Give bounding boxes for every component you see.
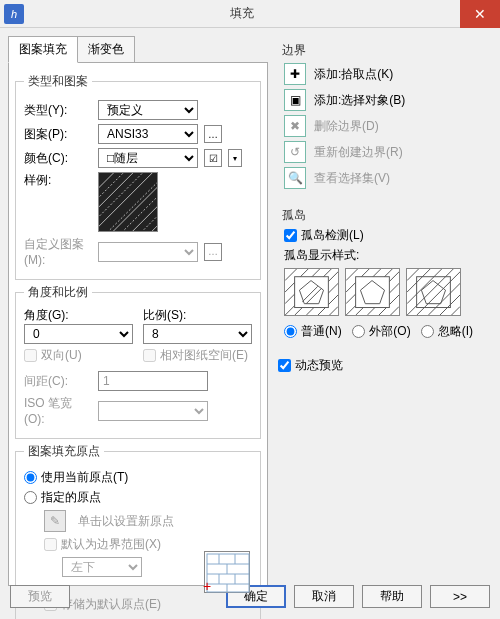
recreate-boundary-icon: ↺ xyxy=(284,141,306,163)
svg-line-6 xyxy=(99,173,128,202)
check-island-detect[interactable] xyxy=(284,229,297,242)
select-custom xyxy=(98,242,198,262)
radio-island-ignore[interactable] xyxy=(421,325,434,338)
tab-gradient[interactable]: 渐变色 xyxy=(78,36,135,63)
svg-line-1 xyxy=(99,173,138,212)
boundary-recreate-button: ↺重新创建边界(R) xyxy=(284,141,483,163)
select-origin-pos: 左下 xyxy=(62,557,142,577)
legend-islands: 孤岛 xyxy=(278,207,310,224)
radio-specify[interactable] xyxy=(24,491,37,504)
svg-rect-11 xyxy=(207,554,249,592)
island-mode-ignore[interactable] xyxy=(406,268,461,316)
pattern-browse-button[interactable]: … xyxy=(204,125,222,143)
island-mode-normal[interactable] xyxy=(284,268,339,316)
origin-marker-icon: + xyxy=(203,578,211,594)
boundary-pick-button[interactable]: ✚添加:拾取点(K) xyxy=(284,63,483,85)
radio-use-current[interactable] xyxy=(24,471,37,484)
svg-line-8 xyxy=(99,173,157,231)
legend-type: 类型和图案 xyxy=(24,73,92,90)
island-mode-outer[interactable] xyxy=(345,268,400,316)
pick-points-icon: ✚ xyxy=(284,63,306,85)
select-color[interactable]: □随层 xyxy=(98,148,198,168)
svg-line-50 xyxy=(451,307,460,316)
label-pattern: 图案(P): xyxy=(24,126,92,143)
label-custom: 自定义图案(M): xyxy=(24,236,92,267)
group-boundary: 边界 ✚添加:拾取点(K) ▣添加:选择对象(B) ✖删除边界(D) ↺重新创建… xyxy=(278,42,483,201)
select-angle[interactable]: 0 xyxy=(24,324,133,344)
boundary-select-button[interactable]: ▣添加:选择对象(B) xyxy=(284,89,483,111)
svg-line-3 xyxy=(104,178,157,231)
check-dynamic-preview[interactable] xyxy=(278,359,291,372)
color-more-button[interactable]: ▾ xyxy=(228,149,242,167)
cancel-button[interactable]: 取消 xyxy=(294,585,354,608)
check-relpaper xyxy=(143,349,156,362)
group-islands: 孤岛 孤岛检测(L) 孤岛显示样式: xyxy=(278,207,483,351)
app-icon: h xyxy=(4,4,24,24)
svg-marker-52 xyxy=(421,281,445,304)
legend-angle: 角度和比例 xyxy=(24,284,92,301)
pattern-sample[interactable] xyxy=(98,172,158,232)
group-angle-scale: 角度和比例 角度(G): 0 双向(U) 比例(S): 8 相对图纸空间(E) … xyxy=(15,284,261,439)
close-button[interactable]: ✕ xyxy=(460,0,500,28)
label-type: 类型(Y): xyxy=(24,102,92,119)
label-sample: 样例: xyxy=(24,172,92,189)
label-spacing: 间距(C): xyxy=(24,373,92,390)
svg-line-40 xyxy=(390,307,399,316)
svg-line-44 xyxy=(407,269,430,292)
svg-line-0 xyxy=(99,173,118,192)
tab-hatch[interactable]: 图案填充 xyxy=(8,36,78,63)
expand-button[interactable]: >> xyxy=(430,585,490,608)
label-angle: 角度(G): xyxy=(24,307,133,324)
legend-origin: 图案填充原点 xyxy=(24,443,104,460)
set-origin-icon: ✎ xyxy=(44,510,66,532)
select-scale[interactable]: 8 xyxy=(143,324,252,344)
custom-browse-button: … xyxy=(204,243,222,261)
group-type-pattern: 类型和图案 类型(Y): 预定义 图案(P): ANSI33 … 颜色(C): … xyxy=(15,73,261,280)
svg-line-28 xyxy=(329,307,338,316)
color-swatch-button[interactable]: ☑ xyxy=(204,149,222,167)
select-iso xyxy=(98,401,208,421)
select-pattern[interactable]: ANSI33 xyxy=(98,124,198,144)
input-spacing xyxy=(98,371,208,391)
legend-boundary: 边界 xyxy=(278,42,310,59)
remove-boundary-icon: ✖ xyxy=(284,115,306,137)
select-objects-icon: ▣ xyxy=(284,89,306,111)
radio-island-outer[interactable] xyxy=(352,325,365,338)
origin-preview: + xyxy=(204,551,250,593)
label-color: 颜色(C): xyxy=(24,150,92,167)
select-type[interactable]: 预定义 xyxy=(98,100,198,120)
svg-line-2 xyxy=(99,173,157,231)
preview-button: 预览 xyxy=(10,585,70,608)
check-double xyxy=(24,349,37,362)
boundary-view-button: 🔍查看选择集(V) xyxy=(284,167,483,189)
label-scale: 比例(S): xyxy=(143,307,252,324)
window-title: 填充 xyxy=(24,5,460,22)
view-selection-icon: 🔍 xyxy=(284,167,306,189)
help-button[interactable]: 帮助 xyxy=(362,585,422,608)
label-island-style: 孤岛显示样式: xyxy=(284,247,483,264)
radio-island-normal[interactable] xyxy=(284,325,297,338)
label-iso: ISO 笔宽(O): xyxy=(24,395,92,426)
boundary-remove-button: ✖删除边界(D) xyxy=(284,115,483,137)
check-default-ext xyxy=(44,538,57,551)
